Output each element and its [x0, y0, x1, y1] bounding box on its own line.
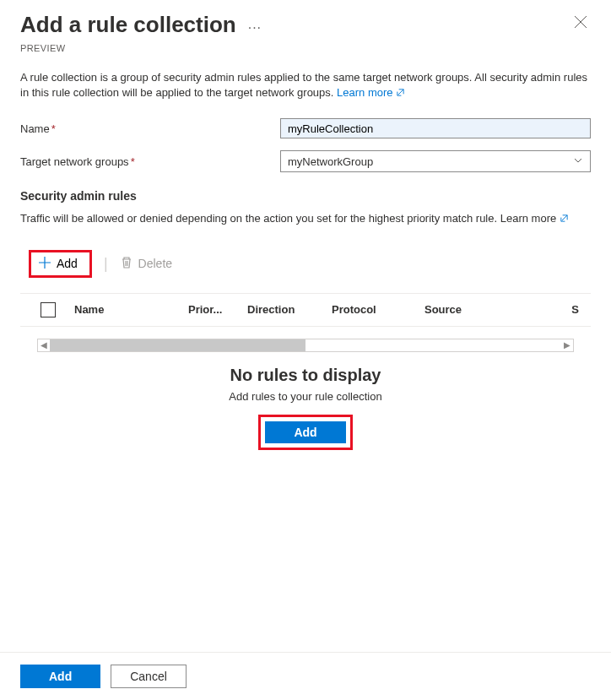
toolbar-divider: |: [104, 255, 108, 273]
col-name[interactable]: Name: [74, 303, 188, 316]
empty-title: No rules to display: [20, 366, 591, 385]
learn-more-link[interactable]: Learn more: [337, 86, 405, 99]
target-groups-label: Target network groups*: [20, 155, 280, 168]
rules-section-title: Security admin rules: [20, 189, 591, 203]
description-text: A rule collection is a group of security…: [20, 70, 591, 101]
empty-subtitle: Add rules to your rule collection: [20, 390, 591, 403]
close-button[interactable]: [570, 12, 591, 35]
col-source[interactable]: Source: [424, 303, 492, 316]
empty-add-button[interactable]: Add: [265, 421, 345, 443]
footer-cancel-button[interactable]: Cancel: [111, 665, 187, 688]
chevron-down-icon: [573, 155, 583, 168]
plus-icon: [38, 256, 51, 272]
col-protocol[interactable]: Protocol: [332, 303, 424, 316]
select-all-checkbox[interactable]: [41, 302, 56, 317]
toolbar-add-button[interactable]: Add: [31, 252, 89, 275]
name-input[interactable]: [280, 118, 591, 138]
table-header: Name Prior... Direction Protocol Source …: [20, 293, 591, 327]
more-menu[interactable]: ···: [248, 20, 262, 35]
scroll-left-arrow[interactable]: ◀: [38, 340, 50, 350]
footer-add-button[interactable]: Add: [20, 665, 100, 688]
col-direction[interactable]: Direction: [247, 303, 332, 316]
trash-icon: [120, 256, 133, 272]
page-title: Add a rule collection: [20, 12, 236, 38]
scroll-right-arrow[interactable]: ▶: [561, 340, 573, 350]
col-priority[interactable]: Prior...: [188, 303, 247, 316]
external-link-icon: [396, 86, 405, 101]
external-link-icon: [560, 212, 569, 227]
target-groups-select[interactable]: myNetworkGroup: [280, 150, 591, 172]
name-label: Name*: [20, 122, 280, 135]
learn-more-rules-link[interactable]: Learn more: [500, 212, 569, 225]
horizontal-scrollbar[interactable]: ◀ ▶: [37, 339, 574, 352]
preview-badge: PREVIEW: [0, 43, 611, 65]
rules-section-desc: Traffic will be allowed or denied depend…: [20, 211, 591, 227]
scrollbar-thumb[interactable]: [50, 339, 306, 351]
col-source2[interactable]: S: [492, 303, 584, 316]
toolbar-delete-button: Delete: [120, 256, 172, 272]
